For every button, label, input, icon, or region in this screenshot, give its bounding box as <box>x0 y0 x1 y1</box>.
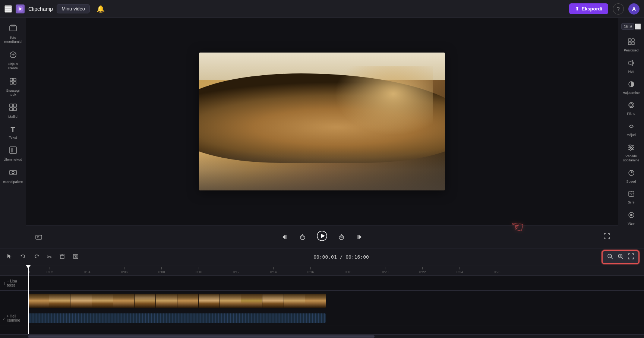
sidebar-item-content-library[interactable]: Sisusegiteek <box>2 75 24 99</box>
sidebar-item-media[interactable]: Teie meediumid <box>2 22 24 47</box>
right-sidebar-item-size[interactable]: Siire <box>621 187 642 208</box>
svg-rect-34 <box>628 42 631 45</box>
right-sidebar-item-templates[interactable]: Pealdised <box>621 35 642 56</box>
help-button[interactable]: ? <box>613 3 624 15</box>
text-track-row: T + Lisa tekst <box>0 276 644 291</box>
save-to-media-button[interactable] <box>70 252 81 262</box>
highlight-dune <box>334 66 433 135</box>
play-button[interactable] <box>315 229 329 245</box>
svg-rect-35 <box>632 42 634 45</box>
audio-track-clip[interactable] <box>28 313 326 323</box>
right-sidebar-item-filters[interactable]: Filtrid <box>621 98 642 119</box>
svg-line-67 <box>622 258 623 259</box>
svg-line-64 <box>611 258 613 259</box>
fast-forward-button[interactable]: 10 <box>336 232 347 242</box>
select-tool-button[interactable] <box>4 252 15 262</box>
right-sidebar-speed-label: Speed <box>626 180 636 184</box>
svg-marker-28 <box>340 234 342 236</box>
svg-rect-32 <box>628 39 631 41</box>
text-track-label[interactable]: T + Lisa tekst <box>0 279 28 287</box>
svg-point-39 <box>630 104 633 107</box>
fog-layer <box>199 149 445 190</box>
aspect-ratio-container: 16:9 ⬜ <box>618 22 644 31</box>
sidebar-item-templates-label: Mallid <box>8 114 18 119</box>
right-sidebar-color-correction-label: Hajutamine <box>623 91 640 95</box>
rewind-button[interactable]: 10 <box>297 232 308 242</box>
cut-button[interactable]: ✂ <box>45 252 54 262</box>
svg-rect-57 <box>60 255 64 259</box>
time-value: 00:00.01 / 00:16:00 <box>313 254 369 260</box>
playback-right <box>596 233 610 242</box>
notification-icon[interactable]: 🔔 <box>97 5 105 13</box>
svg-rect-9 <box>10 82 13 84</box>
svg-rect-16 <box>11 148 13 152</box>
caption-button[interactable] <box>34 232 44 242</box>
timeline-tracks: T + Lisa tekst <box>0 276 644 334</box>
right-sidebar: 16:9 ⬜ Pealdised Heli Hajutamine Filt <box>618 18 644 249</box>
right-size-icon <box>628 190 635 199</box>
sidebar-item-content-library-label: Sisusegiteek <box>6 88 20 97</box>
left-sidebar: Teie meediumid Kirje &create Sisusegitee… <box>0 18 26 249</box>
undo-button[interactable] <box>18 252 28 262</box>
sidebar-item-templates[interactable]: Mallid <box>2 101 24 121</box>
right-sidebar-item-speed[interactable]: Speed <box>621 166 642 187</box>
project-name[interactable]: Minu video <box>57 4 90 13</box>
brand-name: Clipchamp <box>28 6 53 12</box>
right-color-correction-icon <box>628 80 635 90</box>
scrollbar-thumb[interactable] <box>28 335 375 338</box>
sidebar-item-brand[interactable]: Brändipakett <box>2 166 24 186</box>
add-text-label[interactable]: + Lisa tekst <box>7 279 25 287</box>
timeline-body: 0 0:02 0:04 0:06 0:08 0:10 0:12 0:14 0:1… <box>0 265 644 334</box>
right-sidebar-templates-label: Pealdised <box>624 48 639 53</box>
templates-right-icon: ⬜ <box>635 23 641 29</box>
zoom-out-button[interactable] <box>606 253 615 262</box>
right-sidebar-effects-label: Mõjud <box>626 133 636 137</box>
svg-rect-8 <box>13 78 16 81</box>
right-sidebar-item-audio[interactable]: Heli <box>621 56 642 77</box>
right-color-icon <box>628 211 635 221</box>
svg-marker-36 <box>629 60 632 66</box>
sidebar-item-text-create-label: Kirje &create <box>8 62 18 70</box>
aspect-ratio-badge[interactable]: 16:9 <box>621 23 634 30</box>
transitions-icon <box>9 146 17 156</box>
text-create-icon <box>9 51 17 61</box>
sidebar-item-transitions[interactable]: Üleminekud <box>2 143 24 164</box>
right-sidebar-item-color-correction[interactable]: Hajutamine <box>621 78 642 98</box>
main-content: Teie meediumid Kirje &create Sisusegitee… <box>0 18 644 249</box>
svg-marker-54 <box>7 254 12 259</box>
svg-point-18 <box>12 171 14 174</box>
sidebar-item-text[interactable]: T Tekst <box>2 123 24 142</box>
zoom-in-button[interactable] <box>616 253 625 262</box>
svg-point-44 <box>631 146 633 148</box>
sidebar-item-text-create[interactable]: Kirje &create <box>2 48 24 73</box>
right-sidebar-size-label: Siire <box>628 200 634 205</box>
right-sidebar-item-effects[interactable]: Mõjud <box>621 120 642 140</box>
skip-back-button[interactable] <box>280 232 290 242</box>
svg-rect-11 <box>10 104 13 107</box>
redo-button[interactable] <box>31 252 42 262</box>
svg-marker-22 <box>282 235 285 239</box>
menu-button[interactable] <box>4 5 12 13</box>
skip-forward-button[interactable] <box>354 232 364 242</box>
media-icon <box>9 24 17 34</box>
svg-rect-12 <box>13 104 16 107</box>
video-track-content[interactable] <box>28 291 644 311</box>
avatar[interactable]: A <box>628 3 640 15</box>
audio-track-label[interactable]: ♪ + Heli lisamine <box>0 314 28 322</box>
add-audio-label[interactable]: + Heli lisamine <box>7 314 25 322</box>
right-sidebar-item-color[interactable]: Värv <box>621 208 642 229</box>
text-track-content <box>28 276 644 290</box>
right-sidebar-item-color-match[interactable]: Värvidesobitamine <box>621 141 642 165</box>
audio-track-icon: ♪ <box>3 316 5 320</box>
svg-rect-61 <box>74 254 77 256</box>
right-sidebar-color-match-label: Värvidesobitamine <box>623 154 640 162</box>
right-sidebar-filters-label: Filtrid <box>627 112 635 116</box>
right-filters-icon <box>628 101 635 111</box>
video-clips[interactable] <box>28 292 326 309</box>
zoom-fit-button[interactable] <box>626 253 635 262</box>
delete-button[interactable] <box>57 252 67 262</box>
svg-marker-30 <box>359 235 362 239</box>
svg-marker-24 <box>302 234 304 236</box>
export-button[interactable]: ⬆ Ekspordi <box>569 3 608 14</box>
fullscreen-button[interactable] <box>603 233 610 242</box>
